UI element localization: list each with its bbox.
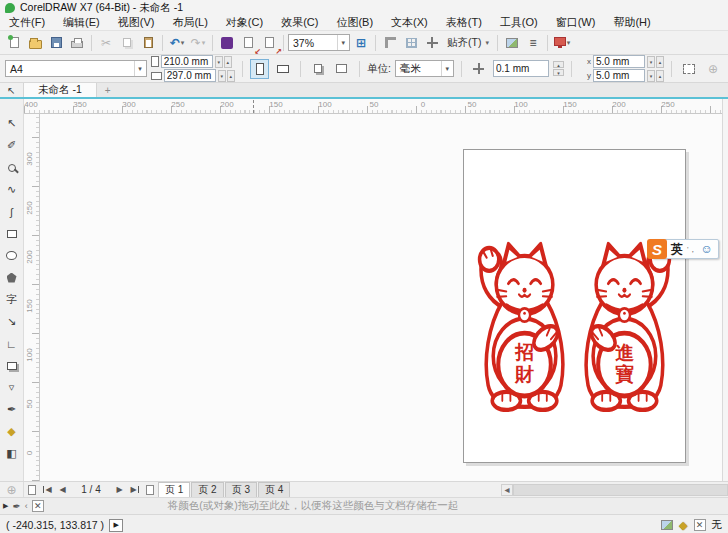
graphics-options-button[interactable]: ≡	[523, 33, 543, 53]
page-indicator[interactable]: 1 / 4	[70, 484, 112, 495]
fill-color-icon[interactable]: ◆	[679, 519, 687, 532]
zoom-level-combo[interactable]: 37%▾	[288, 34, 350, 51]
add-property-button[interactable]: ⊕	[703, 59, 723, 79]
artistic-media-tool[interactable]: ʃ	[1, 201, 22, 222]
page-tab-1[interactable]: 页 1	[158, 482, 190, 497]
palette-flyout-button[interactable]: ▶	[3, 502, 8, 510]
document-tab-untitled[interactable]: 未命名 -1	[24, 83, 97, 97]
palette-eyedropper-icon[interactable]: ✒	[12, 501, 20, 512]
add-page-before-button[interactable]	[24, 482, 40, 497]
new-document-button[interactable]	[4, 33, 24, 53]
nudge-stepper[interactable]: ▴▾	[553, 61, 564, 76]
last-page-button[interactable]: ▶	[127, 482, 142, 497]
menu-tools[interactable]: 工具(O)	[491, 15, 547, 30]
interactive-fill-tool[interactable]: ◧	[1, 443, 22, 464]
menu-window[interactable]: 窗口(W)	[547, 15, 605, 30]
paper-height-stepper[interactable]: ▾▴	[218, 70, 235, 82]
first-page-button[interactable]: ◀	[40, 482, 55, 497]
menu-bitmaps[interactable]: 位图(B)	[327, 15, 382, 30]
copy-button[interactable]	[117, 33, 137, 53]
outline-color-swatch[interactable]: ✕	[694, 519, 706, 531]
rectangle-tool[interactable]	[1, 223, 22, 244]
ime-smiley-icon[interactable]: ☺	[701, 242, 713, 256]
vertical-scrollbar[interactable]	[722, 99, 728, 481]
show-rulers-button[interactable]	[380, 33, 400, 53]
hscroll-left-button[interactable]: ◂	[501, 484, 513, 496]
all-pages-button[interactable]	[308, 59, 328, 79]
sogou-logo-icon[interactable]: S	[647, 239, 667, 259]
text-tool[interactable]: 字	[1, 289, 22, 310]
fullscreen-preview-button[interactable]: ⊞	[351, 33, 371, 53]
export-button[interactable]: ↗	[259, 33, 279, 53]
polygon-tool[interactable]	[1, 267, 22, 288]
chevron-down-icon[interactable]: ▾	[441, 61, 449, 76]
snap-button[interactable]	[422, 33, 442, 53]
horizontal-scrollbar[interactable]	[513, 484, 728, 496]
menu-edit[interactable]: 编辑(E)	[54, 15, 109, 30]
snap-to-dropdown[interactable]: 贴齐(T)▾	[443, 33, 493, 53]
tab-strip-tool-box[interactable]: ↖	[0, 83, 24, 97]
pick-tool[interactable]: ↖	[1, 113, 22, 134]
duplicate-x-stepper[interactable]: ▾▴	[647, 56, 664, 68]
landscape-button[interactable]	[273, 59, 293, 79]
previous-page-button[interactable]: ◀	[55, 482, 70, 497]
units-combo[interactable]: 毫米▾	[395, 60, 454, 77]
ime-tools-icon[interactable]: '，	[687, 244, 697, 255]
connector-tool[interactable]: ∟	[1, 333, 22, 354]
shape-tool[interactable]: ✐	[1, 135, 22, 156]
next-page-button[interactable]: ▶	[112, 482, 127, 497]
menu-file[interactable]: 文件(F)	[0, 15, 54, 30]
open-button[interactable]	[25, 33, 45, 53]
ime-language-bar[interactable]: S 英 '， ☺	[652, 239, 719, 259]
no-color-swatch[interactable]: ✕	[32, 500, 44, 512]
current-page-button[interactable]	[332, 59, 352, 79]
page-tab-4[interactable]: 页 4	[258, 482, 290, 497]
menu-view[interactable]: 视图(V)	[109, 15, 164, 30]
paper-width-field[interactable]	[161, 55, 213, 68]
menu-effects[interactable]: 效果(C)	[272, 15, 327, 30]
drop-shadow-tool[interactable]	[1, 355, 22, 376]
menu-help[interactable]: 帮助(H)	[604, 15, 659, 30]
dimension-tool[interactable]: ↘	[1, 311, 22, 332]
toolbox-customize-button[interactable]: ⊕	[0, 482, 24, 497]
drawing-area[interactable]: 招 財 進 寶 S 英 '， ☺	[40, 114, 722, 481]
color-eyedropper-tool[interactable]: ✒	[1, 399, 22, 420]
fill-tool[interactable]: ◆	[1, 421, 22, 442]
paper-type-combo[interactable]: A4▾	[5, 60, 147, 77]
duplicate-x-field[interactable]	[593, 55, 645, 68]
save-button[interactable]	[46, 33, 66, 53]
cut-button[interactable]: ✂	[96, 33, 116, 53]
ellipse-tool[interactable]	[1, 245, 22, 266]
new-document-tab-button[interactable]: +	[97, 83, 119, 97]
menu-text[interactable]: 文本(X)	[382, 15, 437, 30]
page-tab-2[interactable]: 页 2	[191, 482, 223, 497]
paper-width-stepper[interactable]: ▾▴	[215, 56, 232, 68]
transparency-tool[interactable]: ▿	[1, 377, 22, 398]
undo-button[interactable]: ↶▾	[167, 33, 187, 53]
nudge-distance-field[interactable]	[493, 60, 549, 77]
options-button[interactable]	[502, 33, 522, 53]
paste-button[interactable]	[138, 33, 158, 53]
import-button[interactable]: ↙	[238, 33, 258, 53]
print-button[interactable]	[67, 33, 87, 53]
menu-layout[interactable]: 布局(L)	[163, 15, 216, 30]
application-launcher-button[interactable]: ▾	[552, 33, 572, 53]
chevron-down-icon[interactable]: ▾	[134, 61, 142, 76]
duplicate-y-field[interactable]	[593, 69, 645, 82]
portrait-button[interactable]	[250, 59, 270, 79]
page-tab-3[interactable]: 页 3	[225, 482, 257, 497]
add-page-after-button[interactable]	[142, 482, 158, 497]
search-content-button[interactable]	[217, 33, 237, 53]
duplicate-y-stepper[interactable]: ▾▴	[647, 70, 664, 82]
freehand-tool[interactable]: ∿	[1, 179, 22, 200]
palette-scroll-left-button[interactable]: ‹	[25, 501, 28, 511]
status-flyout-button[interactable]: ▶	[109, 519, 123, 532]
ime-language-indicator[interactable]: 英	[671, 241, 683, 258]
undo-dropdown-caret[interactable]: ▾	[181, 39, 185, 47]
chevron-down-icon[interactable]: ▾	[337, 35, 345, 50]
redo-dropdown-caret[interactable]: ▾	[202, 39, 206, 47]
redo-button[interactable]: ↷▾	[188, 33, 208, 53]
treat-as-filled-button[interactable]	[679, 59, 699, 79]
menu-object[interactable]: 对象(C)	[217, 15, 272, 30]
paper-height-field[interactable]	[164, 69, 216, 82]
